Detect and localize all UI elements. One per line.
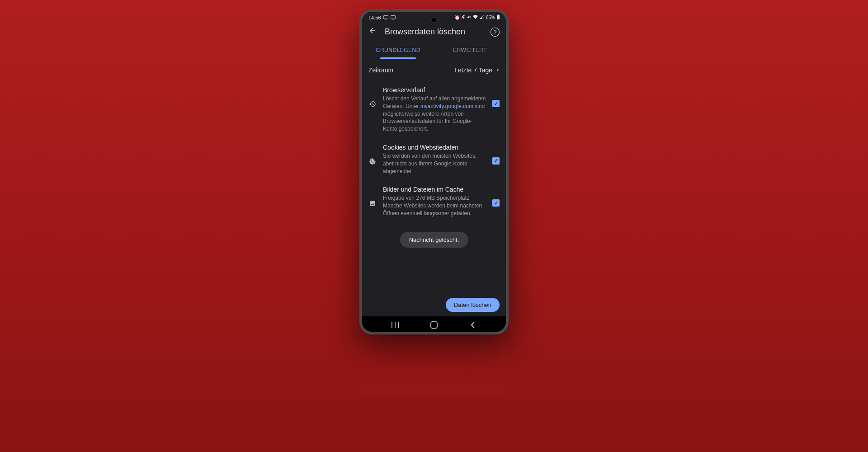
battery-icon [497, 14, 500, 20]
checkbox-history[interactable]: ✓ [492, 100, 500, 107]
screen: 14:56 ⏰ [362, 12, 506, 332]
option-history[interactable]: Browserverlauf Löscht den Verlauf auf al… [362, 81, 506, 138]
app-bar: Browserdaten löschen ? [362, 22, 506, 42]
page-title: Browserdaten löschen [385, 27, 482, 37]
status-bar: 14:56 ⏰ [362, 12, 506, 22]
toast-message: Nachricht gelöscht. [400, 232, 468, 248]
phone-reflection [359, 336, 509, 395]
phone-frame: 14:56 ⏰ [359, 9, 509, 334]
option-cookies-title: Cookies und Websitedaten [383, 144, 486, 151]
svg-rect-8 [392, 322, 392, 328]
nav-bar [362, 316, 506, 332]
alarm-icon: ⏰ [454, 15, 460, 20]
bluetooth-icon [462, 15, 465, 20]
time-range-row: Zeitraum Letzte 7 Tage ▼ [362, 59, 506, 81]
mute-icon [467, 15, 471, 20]
recent-apps-button[interactable] [391, 321, 399, 329]
action-bar: Daten löschen [362, 293, 506, 316]
myactivity-link[interactable]: myactivity.google.com [420, 103, 473, 109]
time-range-value: Letzte 7 Tage [454, 66, 492, 74]
svg-rect-9 [395, 322, 396, 328]
svg-rect-7 [497, 15, 500, 19]
signal-icon [480, 15, 484, 20]
cast-icon [383, 15, 388, 20]
svg-rect-0 [383, 15, 388, 19]
option-cookies[interactable]: Cookies und Websitedaten Sie werden von … [362, 138, 506, 180]
back-button[interactable] [469, 321, 477, 329]
battery-percent: 85% [486, 15, 495, 20]
svg-rect-11 [431, 322, 437, 328]
svg-rect-2 [391, 15, 395, 19]
option-cache-desc: Freigabe von 276 MB Speicherplatz. Manch… [383, 194, 486, 217]
cookie-icon [368, 157, 377, 165]
help-icon[interactable]: ? [491, 28, 500, 37]
wifi-icon [473, 15, 478, 20]
cast-icon-2 [391, 15, 396, 20]
checkbox-cookies[interactable]: ✓ [492, 157, 500, 165]
svg-rect-6 [498, 14, 499, 15]
tabs: GRUNDLEGEND ERWEITERT [362, 42, 506, 59]
option-history-title: Browserverlauf [383, 86, 486, 94]
tab-advanced[interactable]: ERWEITERT [434, 42, 506, 59]
time-range-label: Zeitraum [368, 66, 393, 74]
chevron-down-icon: ▼ [496, 68, 500, 72]
tab-basic[interactable]: GRUNDLEGEND [362, 42, 434, 59]
image-icon [368, 199, 377, 207]
options-content: Browserverlauf Löscht den Verlauf auf al… [362, 81, 506, 293]
back-arrow-icon[interactable] [368, 27, 377, 37]
svg-rect-1 [384, 19, 387, 19]
home-button[interactable] [430, 321, 438, 329]
svg-rect-10 [398, 322, 399, 328]
time-range-dropdown[interactable]: Letzte 7 Tage ▼ [454, 66, 500, 74]
svg-rect-3 [392, 19, 394, 19]
checkbox-cache[interactable]: ✓ [492, 199, 500, 207]
option-history-desc: Löscht den Verlauf auf allen angemeldete… [383, 95, 486, 133]
history-icon [368, 100, 377, 108]
option-cache[interactable]: Bilder und Dateien im Cache Freigabe von… [362, 180, 506, 222]
option-cookies-desc: Sie werden von den meisten Websites, abe… [383, 152, 486, 175]
option-cache-title: Bilder und Dateien im Cache [383, 186, 486, 193]
clear-data-button[interactable]: Daten löschen [446, 298, 500, 312]
status-time: 14:56 [368, 15, 381, 20]
